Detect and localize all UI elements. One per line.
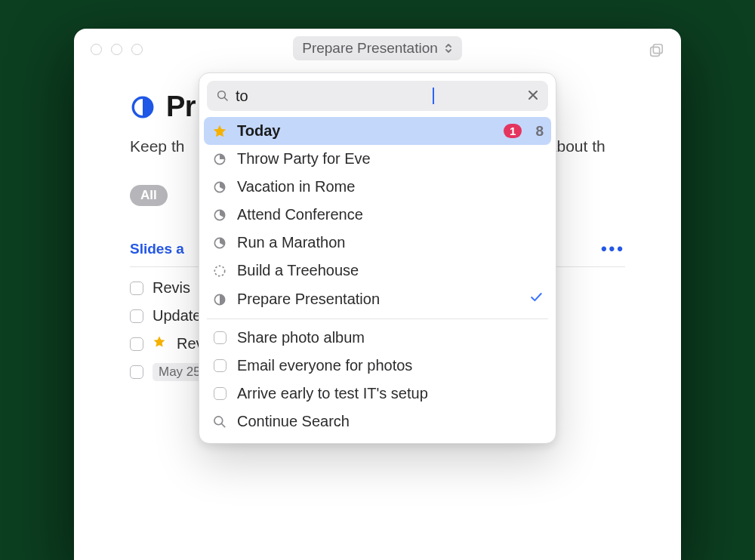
- title-label: Prepare Presentation: [302, 40, 438, 57]
- checkbox-icon: [211, 331, 228, 344]
- today-badge: 1: [504, 124, 522, 138]
- svg-rect-0: [651, 47, 660, 56]
- result-label: Vacation in Rome: [237, 178, 355, 195]
- pie-icon: [211, 208, 228, 223]
- page-title: Pr: [166, 91, 196, 123]
- result-label: Email everyone for photos: [237, 357, 412, 374]
- checkbox-icon: [211, 359, 228, 372]
- continue-search[interactable]: Continue Search: [204, 408, 551, 435]
- section-header[interactable]: Slides a: [130, 241, 184, 257]
- result-task[interactable]: Arrive early to test IT's setup: [204, 380, 551, 408]
- quick-find-popover: Today 1 8 Throw Party for Eve Vacation i…: [199, 72, 556, 444]
- result-label: Build a Treehouse: [237, 262, 359, 279]
- result-project[interactable]: Throw Party for Eve: [204, 145, 551, 173]
- search-icon: [211, 414, 228, 429]
- result-project[interactable]: Attend Conference: [204, 201, 551, 229]
- search-icon: [216, 89, 230, 103]
- result-list: Today 1 8 Throw Party for Eve Vacation i…: [199, 117, 556, 443]
- checkmark-icon: [528, 290, 544, 309]
- text-caret: [433, 88, 434, 104]
- result-label: Prepare Presentation: [237, 291, 380, 308]
- checkbox-icon[interactable]: [130, 282, 143, 295]
- search-field[interactable]: [207, 81, 548, 111]
- checkbox-icon[interactable]: [130, 337, 143, 351]
- traffic-lights[interactable]: [91, 44, 143, 55]
- star-icon: [211, 124, 228, 139]
- result-task[interactable]: Email everyone for photos: [204, 352, 551, 380]
- titlebar: Prepare Presentation: [74, 29, 681, 68]
- project-icon: [130, 94, 156, 120]
- svg-rect-1: [653, 45, 662, 54]
- result-project[interactable]: Build a Treehouse: [204, 257, 551, 285]
- minimize-window-icon[interactable]: [111, 44, 122, 55]
- result-label: Throw Party for Eve: [237, 150, 371, 168]
- search-input[interactable]: [236, 88, 427, 105]
- checkbox-icon: [211, 387, 228, 400]
- pie-icon: [211, 292, 228, 307]
- title-dropdown[interactable]: Prepare Presentation: [293, 36, 462, 60]
- checkbox-icon[interactable]: [130, 309, 143, 323]
- more-icon[interactable]: •••: [601, 239, 625, 259]
- svg-line-12: [222, 423, 225, 426]
- pie-dashed-icon: [211, 263, 228, 278]
- checkbox-icon[interactable]: [130, 365, 143, 379]
- result-project[interactable]: Run a Marathon: [204, 229, 551, 257]
- pie-icon: [211, 180, 228, 195]
- svg-line-4: [224, 97, 227, 100]
- result-label: Today: [237, 122, 280, 140]
- pie-icon: [211, 152, 228, 167]
- result-label: Arrive early to test IT's setup: [237, 385, 428, 402]
- zoom-window-icon[interactable]: [131, 44, 143, 55]
- chevron-up-down-icon: [444, 42, 453, 54]
- today-count: 8: [535, 123, 544, 140]
- result-task[interactable]: Share photo album: [204, 324, 551, 352]
- filter-all-pill[interactable]: All: [130, 185, 168, 206]
- close-window-icon[interactable]: [91, 44, 102, 55]
- pie-icon: [211, 235, 228, 251]
- windows-icon[interactable]: [648, 42, 664, 62]
- divider: [207, 318, 548, 319]
- clear-icon[interactable]: [527, 88, 539, 105]
- star-icon: [153, 335, 166, 352]
- subtitle-fragment-left: Keep th: [130, 137, 184, 155]
- result-label: Run a Marathon: [237, 234, 345, 251]
- result-label: Continue Search: [237, 413, 350, 430]
- result-project[interactable]: Prepare Presentation: [204, 285, 551, 314]
- result-label: Share photo album: [237, 329, 365, 346]
- svg-point-9: [214, 266, 224, 275]
- result-project[interactable]: Vacation in Rome: [204, 173, 551, 201]
- result-today[interactable]: Today 1 8: [204, 117, 551, 145]
- todo-label: Revis: [153, 279, 190, 297]
- result-label: Attend Conference: [237, 206, 363, 223]
